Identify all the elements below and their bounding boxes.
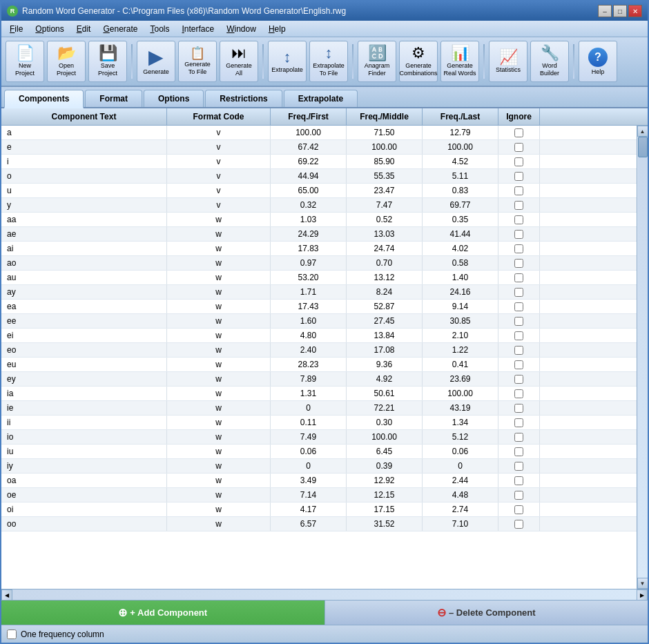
table-row[interactable]: u v 65.00 23.47 0.83 bbox=[1, 184, 637, 198]
menu-tools[interactable]: Tools bbox=[144, 23, 175, 35]
ignore-checkbox[interactable] bbox=[514, 476, 523, 485]
cell-ignore[interactable] bbox=[498, 502, 540, 516]
cell-ignore[interactable] bbox=[498, 285, 540, 299]
word-builder-button[interactable]: 🔧 WordBuilder bbox=[530, 41, 569, 82]
horizontal-scrollbar[interactable]: ◀ ▶ bbox=[1, 589, 648, 600]
add-component-button[interactable]: ⊕ + Add Component bbox=[1, 601, 325, 625]
scroll-track[interactable] bbox=[638, 137, 648, 578]
menu-window[interactable]: Window bbox=[221, 23, 262, 35]
cell-ignore[interactable] bbox=[498, 430, 540, 444]
ignore-checkbox[interactable] bbox=[514, 433, 523, 442]
menu-options[interactable]: Options bbox=[30, 23, 69, 35]
table-row[interactable]: e v 67.42 100.00 100.00 bbox=[1, 140, 637, 155]
ignore-checkbox[interactable] bbox=[514, 230, 523, 239]
ignore-checkbox[interactable] bbox=[514, 418, 523, 427]
table-row[interactable]: ae w 24.29 13.03 41.44 bbox=[1, 227, 637, 242]
table-row[interactable]: au w 53.20 13.12 1.40 bbox=[1, 271, 637, 285]
cell-ignore[interactable] bbox=[498, 358, 540, 371]
table-row[interactable]: ei w 4.80 13.84 2.10 bbox=[1, 329, 637, 343]
new-project-button[interactable]: 📄 NewProject bbox=[6, 41, 44, 82]
delete-component-button[interactable]: ⊖ – Delete Component bbox=[325, 601, 648, 625]
ignore-checkbox[interactable] bbox=[514, 259, 523, 268]
ignore-checkbox[interactable] bbox=[514, 375, 523, 384]
tab-components[interactable]: Components bbox=[4, 90, 84, 108]
cell-ignore[interactable] bbox=[498, 329, 540, 342]
menu-file[interactable]: File bbox=[4, 23, 28, 35]
table-row[interactable]: y v 0.32 7.47 69.77 bbox=[1, 198, 637, 213]
ignore-checkbox[interactable] bbox=[514, 447, 523, 456]
extrapolate-button[interactable]: ↕ Extrapolate bbox=[268, 41, 307, 82]
ignore-checkbox[interactable] bbox=[514, 143, 523, 152]
ignore-checkbox[interactable] bbox=[514, 346, 523, 355]
table-row[interactable]: eo w 2.40 17.08 1.22 bbox=[1, 343, 637, 358]
one-freq-col-checkbox[interactable] bbox=[7, 630, 17, 639]
ignore-checkbox[interactable] bbox=[514, 302, 523, 311]
cell-ignore[interactable] bbox=[498, 271, 540, 284]
tab-options[interactable]: Options bbox=[144, 90, 204, 107]
ignore-checkbox[interactable] bbox=[514, 505, 523, 514]
table-row[interactable]: ey w 7.89 4.92 23.69 bbox=[1, 372, 637, 387]
tab-extrapolate[interactable]: Extrapolate bbox=[284, 90, 358, 107]
cell-ignore[interactable] bbox=[498, 372, 540, 386]
save-project-button[interactable]: 💾 SaveProject bbox=[88, 41, 127, 82]
generate-to-file-button[interactable]: 📋 GenerateTo File bbox=[178, 41, 217, 82]
table-row[interactable]: ie w 0 72.21 43.19 bbox=[1, 401, 637, 416]
ignore-checkbox[interactable] bbox=[514, 389, 523, 398]
vertical-scrollbar[interactable]: ▲ ▼ bbox=[637, 126, 648, 589]
cell-ignore[interactable] bbox=[498, 126, 540, 139]
cell-ignore[interactable] bbox=[498, 242, 540, 255]
scroll-right-arrow[interactable]: ▶ bbox=[637, 589, 648, 601]
open-project-button[interactable]: 📂 OpenProject bbox=[47, 41, 86, 82]
h-scroll-track[interactable] bbox=[12, 589, 637, 600]
table-row[interactable]: oo w 6.57 31.52 7.10 bbox=[1, 517, 637, 531]
ignore-checkbox[interactable] bbox=[514, 172, 523, 181]
ignore-checkbox[interactable] bbox=[514, 360, 523, 369]
cell-ignore[interactable] bbox=[498, 459, 540, 473]
ignore-checkbox[interactable] bbox=[514, 273, 523, 282]
table-row[interactable]: ay w 1.71 8.24 24.16 bbox=[1, 285, 637, 300]
close-button[interactable]: ✕ bbox=[628, 5, 642, 17]
ignore-checkbox[interactable] bbox=[514, 288, 523, 297]
ignore-checkbox[interactable] bbox=[514, 520, 523, 529]
tab-restrictions[interactable]: Restrictions bbox=[205, 90, 282, 107]
cell-ignore[interactable] bbox=[498, 474, 540, 487]
cell-ignore[interactable] bbox=[498, 416, 540, 429]
ignore-checkbox[interactable] bbox=[514, 462, 523, 471]
ignore-checkbox[interactable] bbox=[514, 186, 523, 195]
scroll-up-arrow[interactable]: ▲ bbox=[637, 126, 648, 137]
table-row[interactable]: ii w 0.11 0.30 1.34 bbox=[1, 416, 637, 430]
cell-ignore[interactable] bbox=[498, 198, 540, 212]
generate-all-button[interactable]: ⏭ GenerateAll bbox=[220, 41, 258, 82]
table-row[interactable]: ai w 17.83 24.74 4.02 bbox=[1, 242, 637, 256]
cell-ignore[interactable] bbox=[498, 227, 540, 241]
cell-ignore[interactable] bbox=[498, 343, 540, 357]
table-row[interactable]: aa w 1.03 0.52 0.35 bbox=[1, 213, 637, 227]
menu-help[interactable]: Help bbox=[263, 23, 291, 35]
cell-ignore[interactable] bbox=[498, 256, 540, 270]
table-row[interactable]: ee w 1.60 27.45 30.85 bbox=[1, 314, 637, 329]
help-button[interactable]: ? Help bbox=[579, 41, 617, 82]
table-row[interactable]: iy w 0 0.39 0 bbox=[1, 459, 637, 474]
table-row[interactable]: ao w 0.97 0.70 0.58 bbox=[1, 256, 637, 271]
cell-ignore[interactable] bbox=[498, 184, 540, 197]
table-row[interactable]: o v 44.94 55.35 5.11 bbox=[1, 169, 637, 184]
cell-ignore[interactable] bbox=[498, 300, 540, 313]
table-row[interactable]: oa w 3.49 12.92 2.44 bbox=[1, 474, 637, 488]
cell-ignore[interactable] bbox=[498, 401, 540, 415]
anagram-finder-button[interactable]: 🔠 AnagramFinder bbox=[358, 41, 396, 82]
generate-combinations-button[interactable]: ⚙ GenerateCombinations bbox=[399, 41, 438, 82]
ignore-checkbox[interactable] bbox=[514, 157, 523, 166]
cell-ignore[interactable] bbox=[498, 169, 540, 183]
cell-ignore[interactable] bbox=[498, 140, 540, 154]
cell-ignore[interactable] bbox=[498, 387, 540, 400]
scroll-down-arrow[interactable]: ▼ bbox=[637, 578, 648, 589]
menu-generate[interactable]: Generate bbox=[97, 23, 143, 35]
ignore-checkbox[interactable] bbox=[514, 244, 523, 253]
menu-edit[interactable]: Edit bbox=[71, 23, 97, 35]
ignore-checkbox[interactable] bbox=[514, 317, 523, 326]
minimize-button[interactable]: – bbox=[598, 5, 612, 17]
table-row[interactable]: iu w 0.06 6.45 0.06 bbox=[1, 445, 637, 459]
tab-format[interactable]: Format bbox=[85, 90, 142, 107]
cell-ignore[interactable] bbox=[498, 488, 540, 502]
table-row[interactable]: a v 100.00 71.50 12.79 bbox=[1, 126, 637, 140]
